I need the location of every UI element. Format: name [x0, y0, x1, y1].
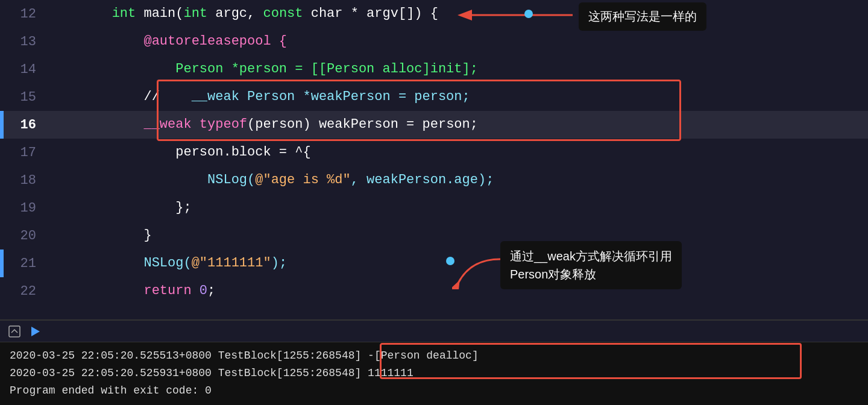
terminal-area: 2020-03-25 22:05:20.525513+0800 TestBloc… — [0, 319, 868, 405]
line-number-13: 13 — [0, 34, 48, 49]
line-number-18: 18 — [0, 173, 48, 188]
line-number-19: 19 — [0, 201, 48, 216]
terminal-toolbar — [0, 321, 868, 342]
annotation-top: 这两种写法是一样的 — [579, 2, 706, 31]
collapse-icon[interactable] — [7, 324, 22, 339]
svg-rect-2 — [9, 326, 20, 337]
code-lines: 12 int main(int argc, const char * argv[… — [0, 0, 868, 319]
line-number-15: 15 — [0, 90, 48, 105]
terminal-line-2: 2020-03-25 22:05:20.525931+0800 TestBloc… — [10, 365, 858, 382]
terminal-line-1: 2020-03-25 22:05:20.525513+0800 TestBloc… — [10, 347, 858, 365]
editor-area: 12 int main(int argc, const char * argv[… — [0, 0, 868, 319]
line-number-21: 21 — [0, 256, 48, 271]
token: ; — [207, 283, 215, 298]
token: 0 — [200, 283, 207, 298]
token: return — [112, 283, 200, 298]
annotation-bottom-line2: Person对象释放 — [510, 268, 596, 281]
annotation-bottom-line1: 通过__weak方式解决循环引用 — [510, 250, 672, 263]
terminal-content: 2020-03-25 22:05:20.525513+0800 TestBloc… — [0, 342, 868, 404]
line-indicator-21 — [0, 250, 4, 277]
code-line-22: 22 return 0; — [0, 277, 868, 305]
blue-dot-bottom — [446, 257, 454, 265]
line-number-22: 22 — [0, 284, 48, 299]
line-number-14: 14 — [0, 62, 48, 77]
run-icon[interactable] — [28, 324, 42, 339]
svg-marker-3 — [31, 327, 40, 336]
line-number-17: 17 — [0, 145, 48, 160]
terminal-line-3: Program ended with exit code: 0 — [10, 382, 858, 400]
line-number-20: 20 — [0, 228, 48, 243]
blue-dot-top — [524, 10, 533, 18]
line-indicator-16 — [0, 111, 4, 139]
line-number-12: 12 — [0, 7, 48, 22]
line-number-16: 16 — [0, 118, 48, 133]
annotation-bottom: 通过__weak方式解决循环引用 Person对象释放 — [500, 241, 682, 289]
